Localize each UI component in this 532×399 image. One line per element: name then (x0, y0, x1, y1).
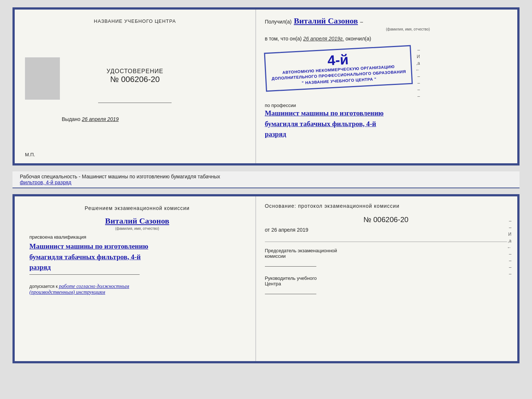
recipient-prefix: Получил(а) (265, 19, 292, 25)
caption-text: Рабочая специальность - Машинист машины … (20, 174, 220, 179)
right-marks-top: – И ,а ← – – – – (416, 46, 420, 99)
issued-date: 26 апреля 2019 (82, 116, 119, 122)
issued-line: Выдано 26 апреля 2019 (62, 116, 119, 122)
protocol-date-prefix: от (265, 227, 270, 233)
b-mark-dash6: – (509, 271, 511, 277)
protocol-date-value: 26 апреля 2019 (271, 227, 308, 233)
b-mark-arrow: ← (507, 245, 511, 250)
qual-divider (29, 274, 140, 275)
bottom-name: Виталий Сазонов (105, 216, 169, 226)
b-mark-dash2: – (509, 225, 511, 230)
b-mark-a: ,а (508, 238, 511, 243)
director-sig-line (265, 294, 316, 294)
bottom-document: Решением экзаменационной комиссии Витали… (12, 194, 520, 363)
chairman-sig-line (265, 266, 316, 267)
bottom-left-title: Решением экзаменационной комиссии (85, 205, 190, 211)
top-doc-left: НАЗВАНИЕ УЧЕБНОГО ЦЕНТРА УДОСТОВЕРЕНИЕ №… (15, 10, 256, 163)
allowed-prefix: допускается к (29, 284, 58, 289)
certificate-block: УДОСТОВЕРЕНИЕ № 006206-20 (107, 68, 163, 84)
cert-title: УДОСТОВЕРЕНИЕ (107, 68, 163, 75)
b-mark-and: И (508, 232, 511, 237)
issued-label: Выдано (62, 116, 80, 122)
date-value: 26 апреля 2019г. (303, 36, 344, 42)
qual-line2: бумагидля табачных фильтров, 4-й (29, 252, 141, 263)
bottom-doc-right: Основание: протокол экзаменационной коми… (256, 196, 517, 361)
mark-dash4: – (417, 87, 420, 92)
mark-dash3: – (417, 81, 420, 86)
b-mark-dash5: – (509, 265, 511, 270)
top-doc-right: Получил(а) Виталий Сазонов – (фамилия, и… (256, 10, 517, 163)
caption-bar: Рабочая специальность - Машинист машины … (12, 171, 520, 188)
mp-label: М.П. (25, 152, 35, 157)
director-title: Руководитель учебного (265, 275, 507, 281)
date-prefix: в том, что он(а) (265, 36, 302, 42)
chairman-title: Председатель экзаменационной (265, 248, 507, 253)
stamp-area: 4-й АВТОНОМНУЮ НЕКОММЕРЧЕСКУЮ ОРГАНИЗАЦИ… (265, 46, 507, 99)
profession-line1: Машинист машины по изготовлению (265, 108, 507, 119)
protocol-number: № 006206-20 (265, 215, 507, 224)
recipient-field-label: (фамилия, имя, отчество) (309, 27, 507, 31)
chairman-title2: комиссии (265, 253, 507, 259)
profession-line2: бумагидля табачных фильтров, 4-й (265, 119, 507, 129)
director-block: Руководитель учебного Центра (265, 275, 507, 294)
date-line: в том, что он(а) 26 апреля 2019г. окончи… (265, 36, 507, 42)
qualification-label: присвоена квалификация (29, 234, 86, 240)
bottom-doc-left: Решением экзаменационной комиссии Витали… (15, 196, 256, 361)
allowed-text2: (производственным) инструкциям (29, 289, 105, 295)
photo-placeholder (25, 57, 60, 100)
mark-dash5: – (417, 94, 420, 99)
profession-label: по профессии (265, 103, 507, 108)
right-marks-bottom: – – И ,а ← – – – – (507, 218, 511, 277)
date-suffix: окончил(а) (345, 36, 371, 42)
chairman-block: Председатель экзаменационной комиссии (265, 248, 507, 267)
mark-dash2: – (417, 74, 420, 79)
divider-line (98, 103, 172, 103)
qual-line1: Машинист машины по изготовлению (29, 241, 148, 252)
basis-title: Основание: протокол экзаменационной коми… (265, 203, 507, 209)
allowed-text: работе согласно должностным (59, 284, 129, 289)
director-title2: Центра (265, 281, 507, 286)
mark-dash1: – (417, 47, 420, 53)
protocol-date: от 26 апреля 2019 (265, 227, 507, 233)
bottom-field-label: (фамилия, имя, отчество) (115, 227, 159, 231)
recipient-line: Получил(а) Виталий Сазонов – (265, 16, 507, 26)
profession-line3: разряд (265, 129, 507, 140)
b-mark-dash3: – (509, 252, 511, 257)
qual-line3: разряд (29, 262, 51, 273)
training-center-label: НАЗВАНИЕ УЧЕБНОГО ЦЕНТРА (94, 18, 176, 24)
dash1: – (360, 19, 363, 25)
b-mark-dash4: – (509, 258, 511, 263)
stamp-box: 4-й АВТОНОМНУЮ НЕКОММЕРЧЕСКУЮ ОРГАНИЗАЦИ… (264, 45, 413, 92)
separator (265, 242, 507, 242)
b-mark-dash1: – (509, 218, 511, 224)
cert-number: № 006206-20 (107, 75, 163, 84)
recipient-name: Виталий Сазонов (294, 16, 358, 26)
mark-a: ,а (416, 61, 420, 66)
mark-and: И (417, 54, 420, 59)
mark-arrow: ← (416, 67, 420, 72)
top-document: НАЗВАНИЕ УЧЕБНОГО ЦЕНТРА УДОСТОВЕРЕНИЕ №… (12, 7, 520, 165)
allowed-line: допускается к работе согласно должностны… (29, 284, 129, 289)
caption-underline: фильтров, 4-й разряд (20, 179, 71, 185)
